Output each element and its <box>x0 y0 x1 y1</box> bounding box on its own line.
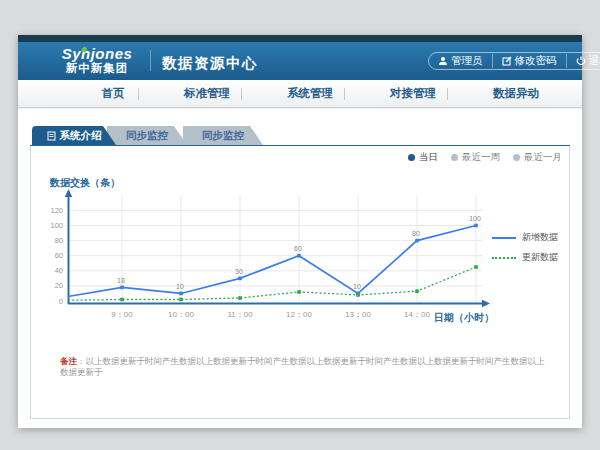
logo-text-en: Synjones <box>52 46 142 62</box>
user-icon <box>438 56 448 66</box>
page-title: 数据资源中心 <box>162 54 258 73</box>
logout-label: 退出 <box>589 54 600 68</box>
legend-item-new-data: 新增数据 <box>492 231 558 244</box>
tab-label: 系统介绍 <box>60 129 102 143</box>
user-menu-admin[interactable]: 管理员 <box>429 54 492 68</box>
dotted-line-swatch <box>492 257 516 259</box>
tab-label: 同步监控 <box>126 129 168 143</box>
tab-sync-monitor-1[interactable]: 同步监控 <box>107 126 187 145</box>
footnote-text: ：以上数据更新于时间产生数据以上数据更新于时间产生数据以上数据更新于时间产生数据… <box>60 356 545 377</box>
radio-dot-icon <box>451 154 458 161</box>
legend-label: 更新数据 <box>522 251 558 264</box>
range-filter-group: 当日 最近一周 最近一月 <box>408 151 562 164</box>
power-icon <box>576 56 586 66</box>
nav-item-standard-mgmt[interactable]: 标准管理 <box>173 86 241 101</box>
document-icon <box>47 131 56 141</box>
header-divider <box>150 50 151 71</box>
x-axis-title: 日期（小时） <box>434 311 494 325</box>
change-password-button[interactable]: 修改密码 <box>492 54 566 68</box>
desktop-background: Synjones 新中新集团 数据资源中心 管理员 修改密码 退出 首页 标准管… <box>0 0 600 450</box>
nav-separator <box>447 88 448 100</box>
footnote: 备注：以上数据更新于时间产生数据以上数据更新于时间产生数据以上数据更新于时间产生… <box>60 356 550 378</box>
nav-separator <box>344 88 345 100</box>
window-top-strip <box>18 35 582 42</box>
logout-button[interactable]: 退出 <box>566 54 600 68</box>
radio-dot-icon <box>408 154 415 161</box>
edit-icon <box>502 56 512 66</box>
nav-item-data-change[interactable]: 数据异动 <box>482 86 550 101</box>
filter-label: 最近一月 <box>524 151 562 164</box>
solid-line-swatch <box>492 237 516 239</box>
logo-text-cn: 新中新集团 <box>52 62 142 75</box>
user-menu: 管理员 修改密码 退出 <box>428 52 600 70</box>
nav-item-system-mgmt[interactable]: 系统管理 <box>276 86 344 101</box>
chart-legend: 新增数据 更新数据 <box>492 231 558 264</box>
company-logo: Synjones 新中新集团 <box>52 46 142 75</box>
nav-separator <box>138 88 139 100</box>
legend-item-updated-data: 更新数据 <box>492 251 558 264</box>
tab-bar: 系统介绍 同步监控 同步监控 <box>32 126 263 145</box>
change-password-label: 修改密码 <box>515 54 557 68</box>
filter-label: 当日 <box>419 151 438 164</box>
filter-last-week[interactable]: 最近一周 <box>451 151 500 164</box>
filter-label: 最近一周 <box>462 151 500 164</box>
tab-sync-monitor-2[interactable]: 同步监控 <box>183 126 263 145</box>
radio-dot-icon <box>513 154 520 161</box>
legend-label: 新增数据 <box>522 231 558 244</box>
filter-last-month[interactable]: 最近一月 <box>513 151 562 164</box>
y-axis-title: 数据交换（条） <box>50 176 120 190</box>
filter-today[interactable]: 当日 <box>408 151 438 164</box>
main-nav: 首页 标准管理 系统管理 对接管理 数据异动 <box>18 80 582 108</box>
nav-separator <box>241 88 242 100</box>
tab-label: 同步监控 <box>202 129 244 143</box>
nav-item-interface-mgmt[interactable]: 对接管理 <box>379 86 447 101</box>
user-menu-admin-label: 管理员 <box>451 54 483 68</box>
nav-item-home[interactable]: 首页 <box>88 86 138 101</box>
tab-system-intro[interactable]: 系统介绍 <box>32 126 116 145</box>
footnote-label: 备注 <box>60 356 77 366</box>
